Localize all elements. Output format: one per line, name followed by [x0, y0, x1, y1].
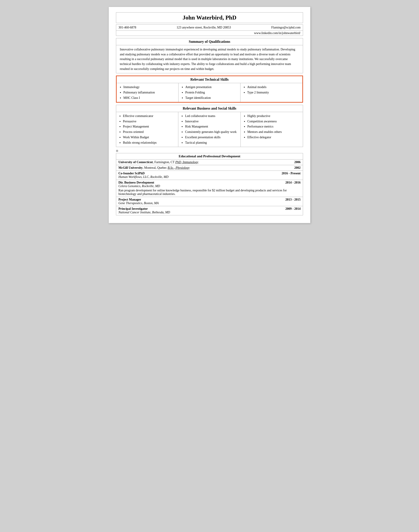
technical-col-2: Antigen presentation Protein Folding Tar…: [179, 83, 240, 102]
edu-row-header: Dir. Business Development 2014 - 2016: [118, 181, 301, 185]
business-list-3: Highly productive Competition awareness …: [243, 113, 300, 140]
list-item: Effective delegator: [248, 135, 300, 140]
linkedin-row: www.linkedin.com/in/johnwaterbird/: [116, 30, 303, 36]
email: Flamingo@sciphd.com: [271, 26, 301, 29]
summary-body: Innovative collaborative pulmonary immun…: [116, 45, 303, 73]
job-title: Project Manager: [118, 198, 141, 201]
list-item: Protein Folding: [185, 90, 237, 95]
edu-main-uconn: University of Connecticut, Farmington, C…: [118, 161, 198, 164]
business-skills-title: Relevant Business and Social Skills: [116, 105, 303, 112]
list-item: Risk Management: [185, 124, 237, 129]
list-item: Highly productive: [248, 113, 300, 119]
summary-title: Summary of Qualifications: [116, 38, 303, 45]
institution-name: McGill University: [118, 166, 143, 169]
location: , Montreal, Quebec: [143, 166, 168, 169]
list-item: Antigen presentation: [185, 85, 237, 90]
year: 2013 - 2015: [285, 198, 301, 201]
contact-row: 301-460-6878 123 anywhere street, Rockvi…: [116, 25, 303, 30]
education-wrapper: Educational and Professional Development…: [116, 153, 303, 215]
list-item: Effective communicator: [123, 113, 175, 119]
business-col-2: Led collaborative teams Innovative Risk …: [178, 112, 240, 147]
list-item: Consistently generates high quality work: [185, 129, 237, 135]
list-item: Mentors and enables others: [248, 129, 300, 135]
year: 2016 - Present: [282, 172, 301, 175]
list-item: Innovative: [185, 119, 237, 124]
technical-skills-section: Relevant Technical Skills Immunology Pul…: [116, 75, 303, 102]
phone: 301-460-6878: [118, 26, 136, 29]
location: , Farmington, CT: [153, 161, 175, 164]
list-item: Persuasive: [123, 119, 175, 124]
edu-row-uconn: University of Connecticut, Farmington, C…: [116, 159, 303, 165]
list-item: Competition awareness: [248, 119, 300, 124]
technical-list-3: Animal models Type 2 Immunity: [243, 85, 300, 95]
edu-row-header: Project Manager 2013 - 2015: [118, 198, 301, 201]
list-item: Tactical planning: [185, 140, 237, 146]
summary-section: Summary of Qualifications Innovative col…: [116, 38, 303, 73]
degree: PhD, Immunology: [175, 161, 198, 164]
job-org: Human Workflows, LLC, Rockville, MD: [118, 175, 301, 179]
list-item: Process oriented: [123, 129, 175, 135]
technical-col-3: Animal models Type 2 Immunity: [240, 83, 302, 102]
technical-skills-grid: Immunology Pulmonary inflammation MHC Cl…: [117, 83, 302, 102]
institution-name: University of Connecticut: [118, 161, 153, 164]
technical-col-1: Immunology Pulmonary inflammation MHC Cl…: [117, 83, 179, 102]
list-item: Animal models: [247, 85, 300, 90]
header-name: John Waterbird, PhD: [116, 12, 303, 23]
education-title: Educational and Professional Development: [116, 153, 303, 159]
list-item: Builds strong relationships: [123, 140, 175, 146]
edu-row-pm: Project Manager 2013 - 2015 Gene Therape…: [116, 197, 303, 206]
business-col-1: Effective communicator Persuasive Projec…: [116, 112, 178, 147]
list-item: Performance metrics: [248, 124, 300, 129]
edu-row-header: Co-founder SciPhD 2016 - Present: [118, 172, 301, 175]
job-org: Gene Therapeutics, Boston, MA: [118, 201, 301, 205]
list-item: Project Management: [123, 124, 175, 129]
list-item: Pulmonary inflammation: [123, 90, 176, 95]
list-item: Type 2 Immunity: [247, 90, 300, 95]
year: 2009 - 2014: [285, 207, 301, 211]
address: 123 anywhere street, Rockville, MD 20853: [177, 26, 231, 29]
job-org: National Cancer Institute, Bethesda, MD: [118, 211, 301, 214]
technical-list-1: Immunology Pulmonary inflammation MHC Cl…: [119, 85, 176, 100]
edu-row-pi: Principal Investigator 2009 - 2014 Natio…: [116, 206, 303, 215]
list-item: MHC Class I: [123, 95, 176, 101]
year: 2014 - 2016: [285, 181, 301, 185]
edu-row-bizdev: Dir. Business Development 2014 - 2016 Ce…: [116, 180, 303, 197]
resume-page: John Waterbird, PhD 301-460-6878 123 any…: [109, 7, 310, 223]
degree: B.Sc., Physiology: [168, 166, 190, 169]
edu-row-sciphd: Co-founder SciPhD 2016 - Present Human W…: [116, 171, 303, 180]
list-item: Work Within Budget: [123, 135, 175, 140]
edu-row-mcgill: McGill University, Montreal, Quebec B.Sc…: [116, 165, 303, 171]
job-org: Celera Genomics, Rockville, MD: [118, 185, 301, 188]
education-section: ⊞ Educational and Professional Developme…: [116, 149, 303, 215]
job-description: Ran program development for online knowl…: [118, 189, 301, 196]
year: 2006: [294, 161, 301, 164]
list-item: Target identification: [185, 95, 237, 101]
technical-skills-title: Relevant Technical Skills: [117, 76, 302, 83]
technical-list-2: Antigen presentation Protein Folding Tar…: [181, 85, 237, 100]
year: 2002: [294, 166, 301, 170]
edu-row-header: Principal Investigator 2009 - 2014: [118, 207, 301, 211]
list-item: Immunology: [123, 85, 176, 90]
business-list-1: Effective communicator Persuasive Projec…: [119, 113, 175, 146]
list-item: Excellent presentation skills: [185, 135, 237, 140]
business-skills-section: Relevant Business and Social Skills Effe…: [116, 105, 303, 147]
job-title: Principal Investigator: [118, 207, 148, 211]
edu-main-mcgill: McGill University, Montreal, Quebec B.Sc…: [118, 166, 190, 170]
business-skills-grid: Effective communicator Persuasive Projec…: [116, 112, 303, 147]
list-item: Led collaborative teams: [185, 113, 237, 119]
job-title: Dir. Business Development: [118, 181, 154, 185]
business-col-3: Highly productive Competition awareness …: [241, 112, 303, 147]
expand-icon: ⊞: [116, 149, 303, 153]
business-list-2: Led collaborative teams Innovative Risk …: [181, 113, 237, 146]
job-title: Co-founder SciPhD: [118, 172, 145, 175]
